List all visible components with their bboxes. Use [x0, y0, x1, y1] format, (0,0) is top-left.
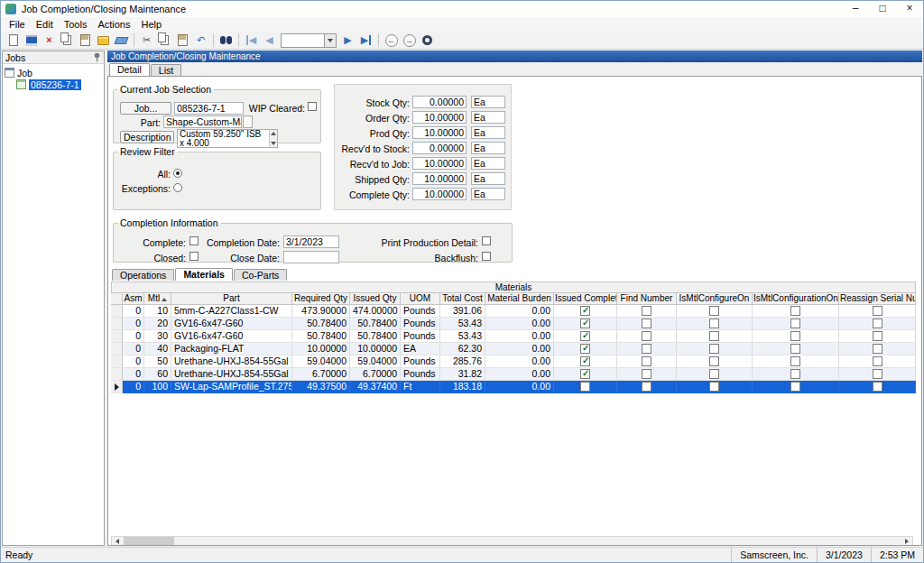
stop-icon[interactable] [419, 32, 436, 49]
print-production-detail-checkbox[interactable] [482, 236, 491, 245]
is-mtl-configure-on-checkbox[interactable] [709, 306, 719, 316]
pin-icon[interactable] [93, 52, 101, 62]
is-mtl-configuration-on-checkbox[interactable] [790, 356, 800, 366]
closed-checkbox[interactable] [189, 252, 199, 261]
is-mtl-configure-on-checkbox[interactable] [709, 318, 719, 328]
grid-row-mtl-20[interactable]: 020GV16-6x47-G6050.7840050.78400Pounds53… [111, 318, 916, 330]
record-combobox[interactable] [281, 33, 337, 48]
qty-value-field[interactable]: 10.00000 [412, 111, 467, 124]
undo-icon[interactable]: ↶ [192, 32, 209, 49]
tab-detail[interactable]: Detail [109, 63, 150, 76]
first-record-icon[interactable]: ◀ [243, 32, 260, 49]
exceptions-radio[interactable] [173, 183, 182, 192]
forward-icon[interactable]: → [401, 32, 418, 49]
qty-value-field[interactable]: 0.00000 [412, 96, 467, 108]
grid-row-mtl-10[interactable]: 0105mm-C-A227Class1-CW473.90000474.00000… [111, 305, 916, 318]
complete-checkbox[interactable] [189, 236, 199, 245]
column-header-required_qty[interactable]: Required Qty [292, 293, 350, 305]
reassign-serial-checkbox[interactable] [873, 306, 882, 316]
column-header-total_cost[interactable]: Total Cost [440, 293, 485, 305]
column-header-mtl[interactable]: Mtl [144, 293, 171, 305]
find-number-checkbox[interactable] [642, 369, 651, 379]
paste-icon[interactable] [174, 32, 191, 49]
grid-tab-materials[interactable]: Materials [175, 268, 233, 281]
qty-uom-field[interactable]: Ea [471, 111, 505, 124]
tree-node-job-root[interactable]: Job [5, 67, 102, 78]
menu-tools[interactable]: Tools [59, 19, 93, 30]
completion-date-field[interactable]: 3/1/2023 [283, 235, 339, 248]
is-mtl-configuration-on-checkbox[interactable] [790, 306, 800, 316]
tab-list[interactable]: List [151, 64, 181, 76]
is-mtl-configure-on-checkbox[interactable] [709, 344, 719, 354]
scrollbar-thumb[interactable] [124, 537, 174, 546]
reassign-serial-checkbox[interactable] [873, 356, 882, 366]
qty-uom-field[interactable]: Ea [471, 157, 505, 170]
issued-complete-checkbox[interactable] [580, 382, 590, 392]
previous-record-icon[interactable]: ◀ [261, 32, 278, 49]
menu-file[interactable]: File [4, 19, 31, 30]
job-button[interactable]: Job... [120, 102, 171, 115]
grid-row-mtl-30[interactable]: 030GV16-6x47-G6050.7840050.78400Pounds53… [111, 330, 916, 343]
clear-icon[interactable] [113, 32, 130, 49]
qty-value-field[interactable]: 10.00000 [412, 126, 467, 139]
scroll-right-button[interactable] [901, 537, 912, 546]
issued-complete-checkbox[interactable] [580, 306, 590, 316]
grid-row-mtl-100[interactable]: 0100SW-Lap-SAMProfile_ST.275in49.3750049… [111, 381, 916, 393]
column-header-is_mtl_configuration_on[interactable]: IsMtlConfigurationOn [753, 293, 839, 305]
qty-value-field[interactable]: 10.00000 [412, 172, 467, 185]
part-search-button[interactable] [243, 115, 253, 128]
wip-cleared-checkbox[interactable] [308, 102, 317, 111]
grid-row-mtl-60[interactable]: 060Urethane-UHXJ-854-55Gal6.700006.70000… [111, 368, 916, 381]
is-mtl-configuration-on-checkbox[interactable] [790, 344, 800, 354]
reassign-serial-checkbox[interactable] [873, 382, 882, 392]
menu-edit[interactable]: Edit [31, 19, 59, 30]
scroll-left-button[interactable] [112, 537, 123, 546]
is-mtl-configuration-on-checkbox[interactable] [790, 318, 800, 328]
column-header-issued_qty[interactable]: Issued Qty [350, 293, 401, 305]
qty-value-field[interactable]: 10.00000 [412, 188, 467, 200]
chevron-down-icon[interactable] [324, 34, 336, 47]
copy-icon[interactable] [156, 32, 173, 49]
copy-record-icon[interactable] [59, 32, 76, 49]
menu-actions[interactable]: Actions [92, 19, 135, 30]
qty-uom-field[interactable]: Ea [471, 172, 505, 185]
all-radio[interactable] [173, 169, 182, 178]
issued-complete-checkbox[interactable] [580, 318, 590, 328]
tree-node-selected-job[interactable]: 085236-7-1 [5, 78, 102, 90]
column-header-issued_complete[interactable]: Issued Complete [554, 293, 617, 305]
column-header-is_mtl_configure_on[interactable]: IsMtlConfigureOn [677, 293, 753, 305]
cut-icon[interactable]: ✂ [138, 32, 155, 49]
qty-value-field[interactable]: 0.00000 [412, 142, 467, 154]
back-icon[interactable]: ← [383, 32, 400, 49]
close-button[interactable]: × [896, 1, 923, 17]
reassign-serial-checkbox[interactable] [873, 331, 882, 341]
issued-complete-checkbox[interactable] [580, 356, 590, 366]
column-header-reassign_serial[interactable]: Reassign Serial Number to Asemb... [839, 293, 916, 305]
is-mtl-configuration-on-checkbox[interactable] [790, 331, 800, 341]
paste-record-icon[interactable] [77, 32, 94, 49]
reassign-serial-checkbox[interactable] [873, 318, 882, 328]
horizontal-scrollbar[interactable] [111, 536, 913, 546]
reassign-serial-checkbox[interactable] [873, 369, 882, 379]
next-record-icon[interactable]: ▶ [339, 32, 356, 49]
qty-uom-field[interactable]: Ea [471, 126, 505, 139]
find-number-checkbox[interactable] [642, 356, 651, 366]
grid-tab-co-parts[interactable]: Co-Parts [234, 269, 287, 281]
description-field[interactable]: Custom 59.250" ISB x 4.000 [177, 129, 278, 148]
menu-help[interactable]: Help [135, 19, 167, 30]
column-header-material_burden[interactable]: Material Burden [485, 293, 554, 305]
is-mtl-configure-on-checkbox[interactable] [709, 369, 719, 379]
column-header-asm[interactable]: Asm [123, 293, 144, 305]
find-icon[interactable] [217, 32, 235, 49]
qty-uom-field[interactable]: Ea [471, 188, 505, 200]
issued-complete-checkbox[interactable] [580, 344, 590, 354]
is-mtl-configure-on-checkbox[interactable] [709, 331, 719, 341]
find-number-checkbox[interactable] [642, 318, 651, 328]
maximize-button[interactable]: □ [869, 1, 896, 17]
part-field[interactable]: Shape-Custom-Max-D-0. [163, 115, 242, 128]
delete-icon[interactable]: × [41, 32, 58, 49]
grid-tab-operations[interactable]: Operations [112, 269, 174, 281]
find-number-checkbox[interactable] [642, 331, 651, 341]
last-record-icon[interactable]: ▶ [357, 32, 374, 49]
description-button[interactable]: Description [120, 131, 174, 143]
